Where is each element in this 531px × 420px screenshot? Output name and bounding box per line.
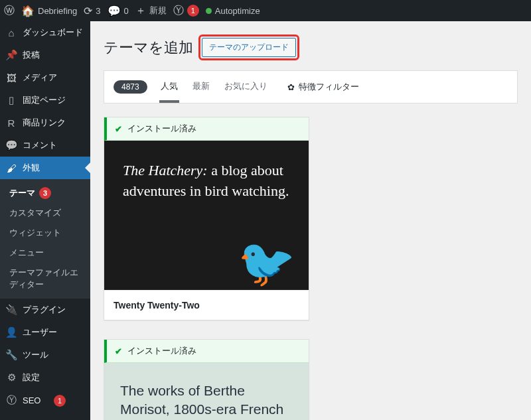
seo-count-badge: 1	[54, 395, 66, 407]
sliders-icon: ⚙	[5, 372, 17, 384]
bird-icon: 🐦	[238, 236, 295, 290]
menu-comments[interactable]: 💬コメント	[0, 134, 90, 157]
page-title: テーマを追加	[104, 38, 193, 58]
feature-filter-button[interactable]: ✿特徴フィルター	[287, 81, 359, 93]
schema-icon: ◎	[5, 417, 17, 420]
theme-grid: ✔インストール済み The Hatchery: a blog about adv…	[104, 117, 518, 420]
submenu-widgets[interactable]: ウィジェット	[0, 223, 90, 243]
rinker-icon: R	[5, 117, 17, 129]
tab-popular[interactable]: 人気	[159, 71, 179, 103]
check-icon: ✔	[115, 124, 122, 134]
submenu-themes[interactable]: テーマ3	[0, 183, 90, 203]
tab-favorites[interactable]: お気に入り	[223, 71, 269, 103]
comment-icon: 💬	[5, 139, 17, 151]
theme-preview: The works of Berthe Morisot, 1800s-era F…	[104, 363, 309, 420]
gear-icon: ✿	[287, 82, 295, 92]
admin-bar: ⓦ 🏠Debriefing ⟳3 💬0 ＋新規 Ⓨ1 Autoptimize	[0, 0, 531, 21]
yoast-icon: Ⓨ	[173, 4, 184, 18]
wrench-icon: 🔧	[5, 349, 17, 361]
comments-link[interactable]: 💬0	[108, 5, 129, 17]
menu-media[interactable]: 🖾メディア	[0, 66, 90, 89]
new-content[interactable]: ＋新規	[135, 4, 167, 18]
submenu-menus[interactable]: メニュー	[0, 243, 90, 263]
main-content: テーマを追加 テーマのアップロード 4873 人気 最新 お気に入り ✿特徴フィ…	[90, 21, 531, 420]
home-icon: 🏠	[21, 5, 35, 17]
check-icon: ✔	[115, 346, 122, 356]
site-link[interactable]: 🏠Debriefing	[21, 5, 77, 17]
yoast-link[interactable]: Ⓨ1	[173, 4, 199, 18]
menu-posts[interactable]: 📌投稿	[0, 44, 90, 66]
plugin-icon: 🔌	[5, 304, 17, 316]
menu-dashboard[interactable]: ⌂ダッシュボード	[0, 21, 90, 44]
menu-tools[interactable]: 🔧ツール	[0, 344, 90, 366]
pin-icon: 📌	[5, 49, 17, 61]
media-icon: 🖾	[5, 72, 17, 84]
status-dot-icon	[206, 8, 212, 14]
themes-count-badge: 3	[39, 187, 51, 199]
refresh-icon: ⟳	[84, 5, 92, 17]
user-icon: 👤	[5, 326, 17, 338]
yoast-badge: 1	[187, 5, 199, 17]
theme-card[interactable]: ✔インストール済み The works of Berthe Morisot, 1…	[104, 339, 309, 420]
submenu-customize[interactable]: カスタマイズ	[0, 203, 90, 223]
menu-rinker[interactable]: R商品リンク	[0, 111, 90, 134]
plus-icon: ＋	[135, 4, 146, 18]
menu-plugins[interactable]: 🔌プラグイン	[0, 299, 90, 321]
menu-schema[interactable]: ◎Schema	[0, 412, 90, 420]
comment-icon: 💬	[108, 5, 121, 17]
brush-icon: 🖌	[5, 163, 17, 174]
menu-seo[interactable]: ⓎSEO 1	[0, 389, 90, 412]
tab-latest[interactable]: 最新	[191, 71, 211, 103]
menu-appearance[interactable]: 🖌外観	[0, 157, 90, 179]
filter-bar: 4873 人気 最新 お気に入り ✿特徴フィルター	[104, 70, 518, 104]
menu-pages[interactable]: ▯固定ページ	[0, 89, 90, 111]
theme-count: 4873	[114, 80, 147, 94]
dashboard-icon: ⌂	[5, 27, 17, 38]
menu-settings[interactable]: ⚙設定	[0, 366, 90, 389]
theme-preview: The Hatchery: a blog about adventures in…	[104, 141, 309, 290]
upload-highlight: テーマのアップロード	[198, 35, 299, 60]
submenu-appearance: テーマ3 カスタマイズ ウィジェット メニュー テーマファイルエディター	[0, 179, 90, 299]
yoast-icon: Ⓨ	[5, 394, 17, 407]
installed-banner: ✔インストール済み	[104, 117, 309, 141]
theme-name: Twenty Twenty-Two	[104, 290, 309, 320]
updates-link[interactable]: ⟳3	[84, 5, 100, 17]
wp-logo[interactable]: ⓦ	[4, 4, 15, 18]
page-icon: ▯	[5, 94, 17, 106]
installed-banner: ✔インストール済み	[104, 340, 309, 363]
theme-card[interactable]: ✔インストール済み The Hatchery: a blog about adv…	[104, 117, 309, 320]
submenu-theme-editor[interactable]: テーマファイルエディター	[0, 263, 90, 295]
admin-sidebar: ⌂ダッシュボード 📌投稿 🖾メディア ▯固定ページ R商品リンク 💬コメント 🖌…	[0, 21, 90, 420]
autoptimize-link[interactable]: Autoptimize	[206, 6, 260, 16]
menu-users[interactable]: 👤ユーザー	[0, 321, 90, 344]
upload-theme-button[interactable]: テーマのアップロード	[202, 38, 296, 57]
